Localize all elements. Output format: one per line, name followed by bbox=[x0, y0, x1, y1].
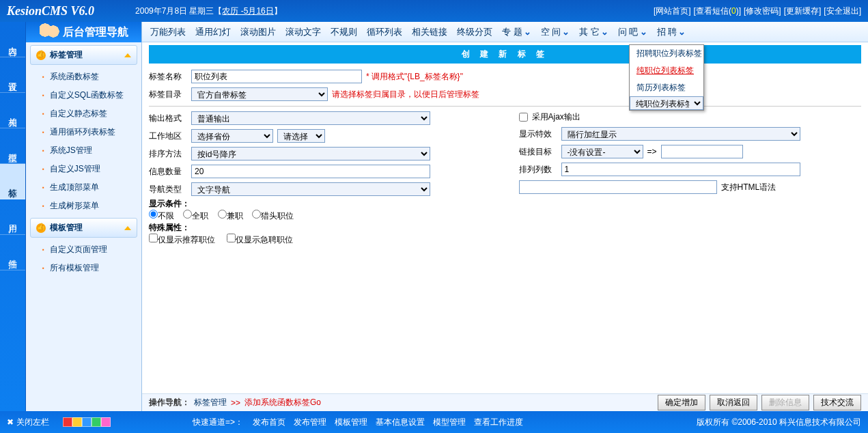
strip-tab-plugin[interactable]: 插件 bbox=[0, 235, 25, 270]
link-msg[interactable]: [查看短信(0)] bbox=[694, 5, 741, 17]
select-out[interactable]: 普通输出 bbox=[191, 111, 430, 125]
tb-menu-topic[interactable]: 专 题⌄ bbox=[498, 26, 535, 38]
arrow-up-icon bbox=[124, 226, 131, 230]
q-basic-settings[interactable]: 基本信息设置 bbox=[376, 417, 425, 428]
radio-parttime[interactable] bbox=[218, 210, 227, 219]
close-left-panel[interactable]: ✖ 关闭左栏 bbox=[7, 417, 49, 428]
btn-confirm[interactable]: 确定增加 bbox=[658, 395, 705, 410]
chk-urgent[interactable] bbox=[227, 234, 236, 242]
input-name[interactable] bbox=[191, 70, 362, 83]
dd-resume-list[interactable]: 简历列表标签 bbox=[630, 79, 703, 96]
radio-unlimited[interactable] bbox=[149, 210, 158, 219]
theme-green-icon[interactable] bbox=[92, 417, 101, 427]
header-bar: KesionCMS V6.0 2009年7月8日 星期三【农历 -5月16日】 … bbox=[0, 0, 868, 22]
select-target[interactable]: -没有设置- bbox=[561, 145, 643, 158]
cond-radios: 不限 全职 兼职 猎头职位 bbox=[149, 210, 861, 222]
radio-fulltime[interactable] bbox=[183, 210, 192, 219]
strip-tab-content[interactable]: 内容 bbox=[0, 22, 25, 57]
menu-group-labels[interactable]: 标签管理 bbox=[30, 45, 137, 65]
link-cache[interactable]: [更新缓存] bbox=[784, 5, 822, 17]
strip-tab-user[interactable]: 用户 bbox=[0, 199, 25, 235]
menu-custom-page[interactable]: 自定义页面管理 bbox=[26, 240, 141, 259]
btn-delete[interactable]: 删除信息 bbox=[761, 395, 809, 410]
menu-static[interactable]: 自定义静态标签 bbox=[26, 104, 141, 123]
bc-label: 操作导航： bbox=[149, 397, 190, 408]
menu-sys-func[interactable]: 系统函数标签 bbox=[26, 68, 141, 86]
strip-tab-settings[interactable]: 设置 bbox=[0, 57, 25, 93]
btn-tech[interactable]: 技术交流 bbox=[813, 395, 861, 410]
attr-checks: 仅显示推荐职位 仅显示急聘职位 bbox=[149, 234, 861, 246]
chk-ajax[interactable] bbox=[519, 113, 528, 122]
select-nav[interactable]: 文字导航 bbox=[191, 182, 430, 196]
thumb-icon bbox=[36, 223, 46, 233]
input-count[interactable] bbox=[191, 165, 430, 178]
tb-related[interactable]: 相关链接 bbox=[408, 26, 451, 38]
select-province[interactable]: 选择省份 bbox=[191, 129, 273, 143]
q-progress[interactable]: 查看工作进度 bbox=[474, 417, 523, 428]
tb-menu-other[interactable]: 其 它⌄ bbox=[575, 26, 613, 38]
strip-tab-label[interactable]: 标签 bbox=[0, 164, 25, 199]
tb-loop-list[interactable]: 循环列表 bbox=[363, 26, 406, 38]
label-cols: 排列列数 bbox=[519, 164, 557, 176]
bc-a[interactable]: 标签管理 bbox=[194, 397, 227, 408]
menu-tree-menu[interactable]: 生成树形菜单 bbox=[26, 197, 141, 215]
link-home[interactable]: [网站首页] bbox=[654, 5, 691, 17]
q-publish-home[interactable]: 发布首页 bbox=[253, 417, 285, 428]
lunar-link[interactable]: 农历 -5月16日 bbox=[222, 6, 273, 16]
theme-red-icon[interactable] bbox=[63, 417, 72, 427]
header-links: [网站首页] [查看短信(0)] [修改密码] [更新缓存] [安全退出] bbox=[654, 5, 861, 17]
theme-blue-icon[interactable] bbox=[82, 417, 92, 427]
hint-html: 支持HTML语法 bbox=[721, 182, 776, 193]
menu-all-tpl[interactable]: 所有模板管理 bbox=[26, 259, 141, 277]
dd-pure-job[interactable]: 纯职位列表标签 bbox=[630, 62, 703, 79]
select-fx[interactable]: 隔行加红显示 bbox=[561, 127, 800, 141]
strip-tab-related[interactable]: 相关 bbox=[0, 93, 25, 128]
content: 万能列表 通用幻灯 滚动图片 滚动文字 不规则 循环列表 相关链接 终级分页 专… bbox=[142, 22, 868, 411]
strip-tab-model[interactable]: 模型 bbox=[0, 128, 25, 164]
menu-js[interactable]: 系统JS管理 bbox=[26, 141, 141, 160]
dd-job-list[interactable]: 招聘职位列表标签 bbox=[630, 45, 703, 62]
menu-sql-func[interactable]: 自定义SQL函数标签 bbox=[26, 86, 141, 104]
tb-pagination[interactable]: 终级分页 bbox=[453, 26, 496, 38]
input-html-box[interactable] bbox=[519, 180, 717, 194]
menu-loop[interactable]: 通用循环列表标签 bbox=[26, 123, 141, 141]
menu-top-menu[interactable]: 生成顶部菜单 bbox=[26, 178, 141, 197]
tb-universal-list[interactable]: 万能列表 bbox=[146, 26, 190, 38]
theme-yellow-icon[interactable] bbox=[72, 417, 82, 427]
tb-slide[interactable]: 通用幻灯 bbox=[191, 26, 235, 38]
link-exit[interactable]: [安全退出] bbox=[824, 5, 861, 17]
tb-irregular[interactable]: 不规则 bbox=[326, 26, 361, 38]
radio-headhunt[interactable] bbox=[252, 210, 261, 219]
q-tpl-mgr[interactable]: 模板管理 bbox=[335, 417, 367, 428]
link-pwd[interactable]: [修改密码] bbox=[744, 5, 781, 17]
label-attr: 特殊属性： bbox=[149, 223, 190, 232]
tb-menu-space[interactable]: 空 间⌄ bbox=[537, 26, 574, 38]
input-cols[interactable] bbox=[561, 163, 800, 176]
btn-cancel[interactable]: 取消返回 bbox=[710, 395, 757, 410]
q-publish-mgr[interactable]: 发布管理 bbox=[294, 417, 326, 428]
label-name: 标签名称 bbox=[149, 71, 187, 83]
quick-label: 快速通道=>： bbox=[193, 417, 243, 428]
select-sort[interactable]: 按id号降序 bbox=[191, 147, 430, 160]
select-city[interactable]: 请选择 bbox=[277, 129, 325, 143]
label-sort: 排序方法 bbox=[149, 148, 187, 160]
label-target: 链接目标 bbox=[519, 146, 557, 158]
theme-pink-icon[interactable] bbox=[101, 417, 111, 427]
hint-name: * 调用格式"{LB_标签名称}" bbox=[366, 71, 463, 83]
tb-menu-ask[interactable]: 问 吧⌄ bbox=[614, 26, 652, 38]
tb-menu-recruit[interactable]: 招 聘⌄ bbox=[653, 26, 690, 38]
label-cond: 显示条件： bbox=[149, 199, 190, 208]
bc-b[interactable]: 添加系统函数标签Go bbox=[244, 397, 321, 408]
dd-select[interactable]: 纯职位列表标签 bbox=[630, 96, 703, 110]
chk-recommend[interactable] bbox=[149, 234, 158, 242]
tb-scroll-img[interactable]: 滚动图片 bbox=[236, 26, 280, 38]
hint-dir: 请选择标签归属目录，以便日后管理标签 bbox=[332, 89, 479, 100]
q-model-mgr[interactable]: 模型管理 bbox=[433, 417, 466, 428]
menu-group-templates[interactable]: 模板管理 bbox=[30, 218, 137, 238]
sidebar: 后台管理导航 标签管理 系统函数标签 自定义SQL函数标签 自定义静态标签 通用… bbox=[26, 22, 142, 411]
arrow-up-icon bbox=[124, 53, 131, 57]
select-dir[interactable]: 官方自带标签 bbox=[191, 87, 328, 101]
input-target-ext[interactable] bbox=[661, 145, 743, 158]
tb-scroll-text[interactable]: 滚动文字 bbox=[281, 26, 325, 38]
menu-custom-js[interactable]: 自定义JS管理 bbox=[26, 160, 141, 178]
